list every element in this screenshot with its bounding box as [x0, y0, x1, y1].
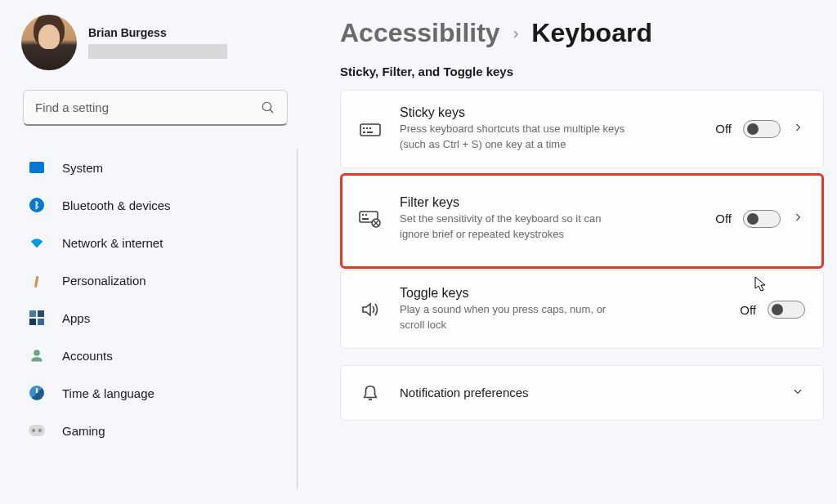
svg-point-2	[34, 350, 40, 356]
svg-rect-7	[363, 132, 365, 133]
bluetooth-icon: ᛒ	[28, 196, 46, 214]
bell-icon	[359, 384, 382, 402]
card-title: Notification preferences	[400, 386, 774, 399]
sticky-keys-toggle[interactable]	[743, 120, 781, 138]
card-description: Press keyboard shortcuts that use multip…	[400, 122, 629, 153]
chevron-right-icon[interactable]	[792, 122, 805, 136]
svg-rect-12	[362, 218, 369, 220]
chevron-right-icon[interactable]	[792, 212, 805, 226]
card-title: Filter keys	[400, 195, 697, 210]
svg-rect-5	[366, 127, 368, 129]
toggle-state: Off	[715, 122, 732, 136]
nav-personalization[interactable]: Personalization	[16, 261, 293, 299]
svg-line-1	[270, 109, 273, 113]
mouse-cursor	[754, 276, 768, 296]
card-filter-keys[interactable]: Filter keys Set the sensitivity of the k…	[340, 173, 824, 270]
svg-point-0	[262, 102, 271, 111]
card-sticky-keys[interactable]: Sticky keys Press keyboard shortcuts tha…	[340, 90, 824, 168]
sidebar: Brian Burgess System ᛒ Bluetooth & devic…	[0, 0, 311, 504]
card-description: Play a sound when you press caps, num, o…	[400, 302, 629, 333]
nav-bluetooth[interactable]: ᛒ Bluetooth & devices	[16, 186, 293, 224]
svg-rect-6	[369, 127, 371, 129]
sound-icon	[359, 301, 382, 318]
profile-email-redacted	[88, 44, 227, 59]
card-toggle-keys[interactable]: Toggle keys Play a sound when you press …	[340, 270, 824, 349]
toggle-keys-toggle[interactable]	[768, 301, 805, 319]
breadcrumb: Accessibility › Keyboard	[340, 18, 824, 48]
gamepad-icon	[28, 421, 46, 439]
nav-system[interactable]: System	[16, 149, 293, 186]
svg-rect-3	[360, 124, 380, 136]
chevron-down-icon[interactable]	[792, 386, 805, 400]
filter-keys-toggle[interactable]	[743, 210, 781, 228]
nav-apps[interactable]: Apps	[16, 299, 293, 337]
section-title: Sticky, Filter, and Toggle keys	[340, 65, 824, 78]
nav-gaming[interactable]: Gaming	[16, 412, 293, 449]
chevron-right-icon: ›	[513, 24, 519, 42]
svg-rect-10	[362, 214, 364, 216]
toggle-state: Off	[715, 212, 732, 225]
wifi-icon	[28, 234, 46, 252]
svg-rect-8	[367, 132, 373, 133]
card-description: Set the sensitivity of the keyboard so i…	[400, 212, 629, 243]
profile-name: Brian Burgess	[88, 26, 294, 39]
keyboard-icon	[359, 121, 382, 137]
nav-accounts[interactable]: Accounts	[16, 337, 293, 374]
card-title: Toggle keys	[400, 286, 722, 301]
nav-list: System ᛒ Bluetooth & devices Network & i…	[16, 149, 298, 489]
person-icon	[28, 346, 46, 364]
svg-rect-4	[363, 127, 365, 129]
clock-globe-icon	[28, 384, 46, 402]
system-icon	[28, 158, 46, 176]
breadcrumb-parent[interactable]: Accessibility	[340, 18, 500, 48]
nav-time-language[interactable]: Time & language	[16, 374, 293, 412]
profile[interactable]: Brian Burgess	[16, 15, 294, 70]
search-icon	[261, 100, 275, 115]
keyboard-filter-icon	[359, 210, 382, 228]
card-notification-preferences[interactable]: Notification preferences	[340, 365, 824, 421]
apps-icon	[28, 309, 46, 327]
toggle-state: Off	[740, 303, 756, 317]
nav-network[interactable]: Network & internet	[16, 224, 293, 261]
card-title: Sticky keys	[400, 105, 697, 120]
paintbrush-icon	[28, 271, 46, 289]
main-content: Accessibility › Keyboard Sticky, Filter,…	[311, 0, 837, 504]
svg-rect-11	[365, 214, 367, 216]
avatar	[21, 15, 77, 70]
page-title: Keyboard	[531, 18, 652, 48]
search-box[interactable]	[23, 90, 288, 126]
search-input[interactable]	[35, 100, 261, 114]
